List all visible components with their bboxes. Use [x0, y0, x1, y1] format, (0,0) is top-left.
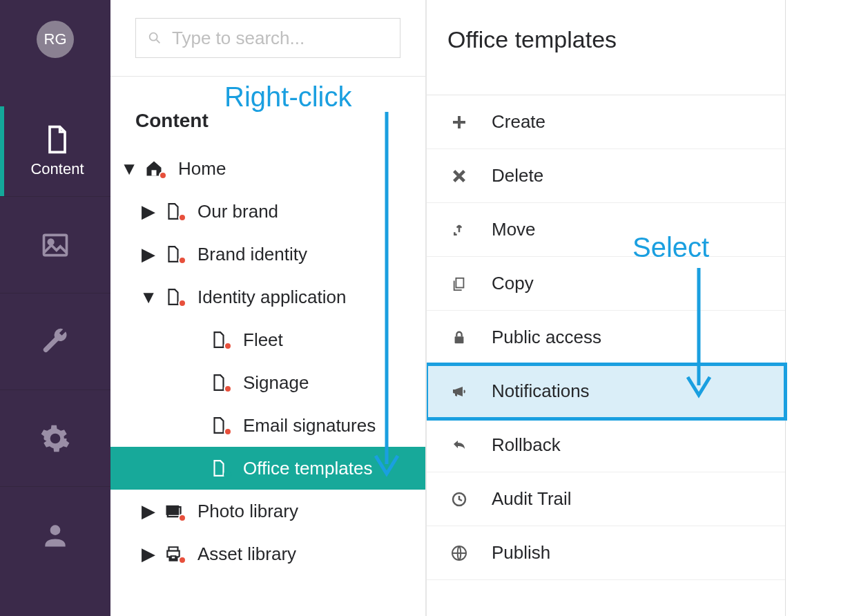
- search-input[interactable]: [172, 28, 396, 49]
- context-menu-title: Office templates: [427, 0, 785, 95]
- svg-rect-0: [44, 235, 67, 255]
- page-icon: [207, 374, 231, 392]
- main-nav-rail: RG Content: [0, 0, 110, 616]
- caret-right-icon: ▶: [142, 501, 155, 522]
- tree-node-label: Asset library: [197, 543, 296, 565]
- tree-node-label: Brand identity: [197, 244, 307, 265]
- menu-public-access[interactable]: Public access: [427, 311, 785, 365]
- svg-point-3: [150, 33, 157, 41]
- menu-label: Public access: [492, 327, 601, 348]
- rail-users[interactable]: [0, 486, 110, 583]
- rail-label: Content: [30, 160, 84, 178]
- page-icon: [207, 331, 231, 349]
- user-icon: [40, 520, 70, 550]
- tree-node-label: Photo library: [197, 501, 298, 522]
- tree-node-label: Signage: [243, 372, 309, 394]
- tree-node-label: Home: [178, 158, 226, 180]
- context-menu-panel: Office templates Create Delete Move Copy: [427, 0, 786, 616]
- caret-right-icon: ▶: [142, 543, 155, 565]
- caret-down-icon: ▼: [142, 287, 155, 308]
- menu-delete[interactable]: Delete: [427, 149, 785, 203]
- tree-node-signage[interactable]: Signage: [110, 361, 425, 404]
- menu-rollback[interactable]: Rollback: [427, 418, 785, 472]
- tree-node-photo-library[interactable]: ▶ Photo library: [110, 490, 425, 532]
- menu-label: Move: [492, 219, 536, 240]
- home-icon: [142, 159, 166, 178]
- rail-gear[interactable]: [0, 389, 110, 486]
- wrench-icon: [40, 327, 70, 357]
- menu-notifications[interactable]: Notifications: [427, 365, 785, 418]
- menu-label: Publish: [492, 542, 550, 564]
- search-icon: [147, 30, 172, 46]
- rail-content[interactable]: Content: [0, 106, 110, 196]
- rail-media[interactable]: [0, 196, 110, 293]
- lock-icon: [447, 330, 471, 345]
- caret-right-icon: ▶: [142, 201, 155, 222]
- tree-node-label: Email signatures: [243, 415, 376, 436]
- tree-node-asset-library[interactable]: ▶ Asset library: [110, 532, 425, 575]
- image-icon: [40, 230, 70, 260]
- printer-icon: [162, 545, 185, 563]
- undo-icon: [447, 437, 471, 454]
- page-icon: [162, 202, 185, 220]
- search-input-wrap[interactable]: [135, 18, 400, 58]
- menu-copy[interactable]: Copy: [427, 257, 785, 311]
- menu-publish[interactable]: Publish: [427, 526, 785, 580]
- close-icon: [447, 169, 471, 184]
- svg-point-2: [50, 525, 61, 535]
- copy-icon: [447, 276, 471, 291]
- stack-icon: [162, 501, 185, 521]
- clock-icon: [447, 491, 471, 508]
- rail-settings[interactable]: [0, 293, 110, 389]
- menu-label: Notifications: [492, 381, 590, 402]
- tree-node-label: Office templates: [243, 458, 372, 479]
- tree-node-home[interactable]: ▼ Home: [110, 147, 425, 190]
- menu-label: Create: [492, 111, 545, 133]
- tree-node-brand-identity[interactable]: ▶ Brand identity: [110, 233, 425, 276]
- gear-icon: [40, 423, 70, 454]
- svg-rect-6: [456, 278, 463, 287]
- page-icon: [207, 416, 231, 434]
- menu-label: Copy: [492, 273, 534, 294]
- move-icon: [447, 223, 471, 237]
- menu-move[interactable]: Move: [427, 203, 785, 257]
- avatar-initials: RG: [44, 30, 67, 48]
- megaphone-icon: [447, 383, 471, 400]
- tree-node-fleet[interactable]: Fleet: [110, 318, 425, 361]
- tree-node-label: Fleet: [243, 329, 283, 351]
- tree-node-our-brand[interactable]: ▶ Our brand: [110, 190, 425, 233]
- svg-rect-5: [166, 506, 180, 515]
- page-icon: [207, 459, 231, 477]
- globe-icon: [447, 545, 471, 561]
- file-icon: [42, 124, 72, 155]
- content-tree-panel: Content ▼ Home ▶ Our brand ▶: [110, 0, 427, 616]
- plus-icon: [447, 114, 471, 131]
- tree-node-email-signatures[interactable]: Email signatures: [110, 404, 425, 447]
- page-icon: [162, 245, 185, 263]
- caret-down-icon: ▼: [123, 158, 135, 180]
- menu-audit-trail[interactable]: Audit Trail: [427, 472, 785, 526]
- menu-create[interactable]: Create: [427, 95, 785, 149]
- menu-label: Rollback: [492, 434, 561, 456]
- content-tree: ▼ Home ▶ Our brand ▶: [110, 147, 425, 575]
- tree-node-label: Our brand: [197, 201, 278, 222]
- tree-node-office-templates[interactable]: Office templates: [110, 447, 425, 490]
- tree-section-title: Content: [110, 77, 425, 147]
- user-avatar[interactable]: RG: [37, 21, 74, 58]
- tree-node-identity-application[interactable]: ▼ Identity application: [110, 276, 425, 318]
- svg-rect-7: [455, 336, 464, 343]
- page-icon: [162, 288, 185, 306]
- menu-label: Audit Trail: [492, 488, 572, 510]
- svg-point-1: [48, 240, 53, 244]
- caret-right-icon: ▶: [142, 244, 155, 265]
- menu-label: Delete: [492, 165, 543, 186]
- tree-node-label: Identity application: [197, 287, 346, 308]
